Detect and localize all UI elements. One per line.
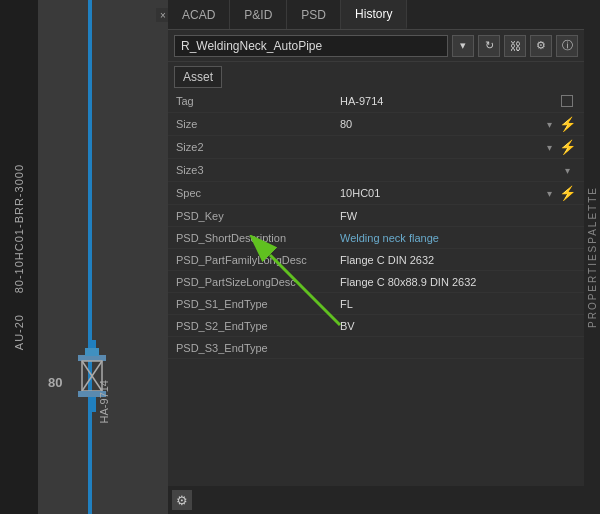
link-button[interactable]: ⛓ — [504, 35, 526, 57]
ha-label: HA-9714 — [98, 380, 110, 423]
tab-acad[interactable]: ACAD — [168, 0, 230, 29]
canvas-area: 80 HA-9714 — [38, 0, 168, 514]
tab-history[interactable]: History — [341, 0, 407, 29]
pipe-size-label: 80 — [48, 375, 62, 390]
prop-value-tag: HA-9714 — [336, 95, 558, 107]
table-row: PSD_PartSizeLongDesc Flange C 80x88.9 DI… — [168, 271, 584, 293]
settings-button[interactable]: ⚙ — [530, 35, 552, 57]
refresh-button[interactable]: ↻ — [478, 35, 500, 57]
size2-dropdown-icon[interactable]: ▾ — [540, 138, 558, 156]
prop-value-psdkey: FW — [336, 210, 576, 222]
prop-name-s1endtype: PSD_S1_EndType — [176, 298, 336, 310]
left-sidebar: 80-10HC01-BRR-3000 AU-20 — [0, 0, 38, 514]
dropdown-button[interactable]: ▾ — [452, 35, 474, 57]
prop-value-sizelongdesc: Flange C 80x88.9 DIN 2632 — [336, 276, 576, 288]
info-button[interactable]: ⓘ — [556, 35, 578, 57]
prop-name-size3: Size3 — [176, 164, 336, 176]
svg-rect-6 — [88, 397, 96, 412]
tab-psd[interactable]: PSD — [287, 0, 341, 29]
table-row: Spec 10HC01 ▾ ⚡ — [168, 182, 584, 205]
blue-pipe-line — [88, 0, 92, 514]
table-row: Tag HA-9714 — [168, 90, 584, 113]
toolbar: ▾ ↻ ⛓ ⚙ ⓘ — [168, 30, 584, 62]
spec-dropdown-icon[interactable]: ▾ — [540, 184, 558, 202]
prop-name-s2endtype: PSD_S2_EndType — [176, 320, 336, 332]
table-row: PSD_S3_EndType — [168, 337, 584, 359]
prop-value-familylongdesc: Flange C DIN 2632 — [336, 254, 576, 266]
tab-bar: ACAD P&ID PSD History — [168, 0, 584, 30]
prop-value-shortdesc: Welding neck flange — [336, 232, 576, 244]
prop-name-size2: Size2 — [176, 141, 336, 153]
sidebar-label-2: AU-20 — [13, 314, 25, 350]
properties-palette-label: PROPERTIESPALETTE — [584, 0, 600, 514]
size-dropdown-icon[interactable]: ▾ — [540, 115, 558, 133]
component-name-input[interactable] — [174, 35, 448, 57]
prop-name-s3endtype: PSD_S3_EndType — [176, 342, 336, 354]
size-lightning-icon[interactable]: ⚡ — [558, 115, 576, 133]
prop-name-tag: Tag — [176, 95, 336, 107]
bottom-settings-icon[interactable]: ⚙ — [172, 490, 192, 510]
prop-name-spec: Spec — [176, 187, 336, 199]
size3-dropdown-icon[interactable]: ▾ — [558, 161, 576, 179]
svg-rect-7 — [85, 348, 99, 356]
table-row: PSD_S1_EndType FL — [168, 293, 584, 315]
prop-value-size: 80 — [336, 118, 540, 130]
table-row: PSD_ShortDescription Welding neck flange — [168, 227, 584, 249]
sidebar-label-1: 80-10HC01-BRR-3000 — [13, 164, 25, 293]
tab-pid[interactable]: P&ID — [230, 0, 287, 29]
prop-value-spec: 10HC01 — [336, 187, 540, 199]
bottom-bar: ⚙ — [168, 486, 584, 514]
table-row: Size3 ▾ — [168, 159, 584, 182]
prop-name-shortdesc: PSD_ShortDescription — [176, 232, 336, 244]
table-row: Size 80 ▾ ⚡ — [168, 113, 584, 136]
tag-icon[interactable] — [558, 92, 576, 110]
right-panel: ACAD P&ID PSD History ▾ ↻ ⛓ ⚙ ⓘ Asset Ta… — [168, 0, 584, 514]
properties-table: Asset Tag HA-9714 Size 80 ▾ ⚡ Size2 ▾ ⚡ … — [168, 62, 584, 486]
section-header-asset: Asset — [174, 66, 222, 88]
prop-name-sizelongdesc: PSD_PartSizeLongDesc — [176, 276, 336, 288]
prop-value-s2endtype: BV — [336, 320, 576, 332]
spec-lightning-icon[interactable]: ⚡ — [558, 184, 576, 202]
size2-lightning-icon[interactable]: ⚡ — [558, 138, 576, 156]
prop-name-size: Size — [176, 118, 336, 130]
table-row: PSD_S2_EndType BV — [168, 315, 584, 337]
prop-value-s1endtype: FL — [336, 298, 576, 310]
table-row: PSD_Key FW — [168, 205, 584, 227]
prop-name-psdkey: PSD_Key — [176, 210, 336, 222]
table-row: PSD_PartFamilyLongDesc Flange C DIN 2632 — [168, 249, 584, 271]
table-row: Size2 ▾ ⚡ — [168, 136, 584, 159]
prop-name-familylongdesc: PSD_PartFamilyLongDesc — [176, 254, 336, 266]
